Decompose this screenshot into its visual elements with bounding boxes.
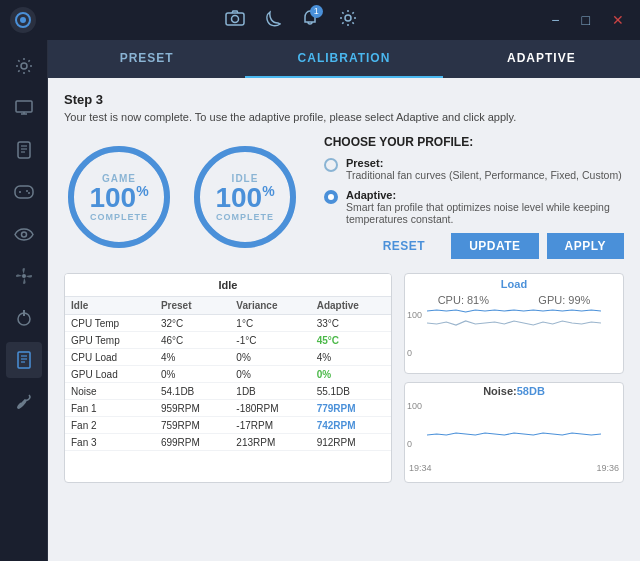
tab-calibration[interactable]: CALIBRATION xyxy=(245,40,442,78)
sidebar-item-settings[interactable] xyxy=(6,48,42,84)
title-bar: 1 − □ ✕ xyxy=(0,0,640,40)
adaptive-radio[interactable] xyxy=(324,190,338,204)
sidebar-item-eye[interactable] xyxy=(6,216,42,252)
table-cell: 0% xyxy=(230,366,310,383)
main-layout: PRESET CALIBRATION ADAPTIVE Step 3 Your … xyxy=(0,40,640,561)
settings-icon[interactable] xyxy=(339,9,357,32)
table-title: Idle xyxy=(65,274,391,297)
idle-label-bottom: COMPLETE xyxy=(215,212,274,222)
close-button[interactable]: ✕ xyxy=(606,10,630,30)
table-cell: 54.1DB xyxy=(155,383,230,400)
main-content: Step 3 Your test is now complete. To use… xyxy=(48,78,640,561)
adaptive-text: Adaptive: Smart fan profile that optimiz… xyxy=(346,189,624,225)
sidebar-item-fan[interactable] xyxy=(6,258,42,294)
table-cell: 55.1DB xyxy=(311,383,391,400)
sidebar-item-monitor[interactable] xyxy=(6,90,42,126)
svg-point-5 xyxy=(21,63,27,69)
table-cell: 4% xyxy=(155,349,230,366)
table-cell: 699RPM xyxy=(155,434,230,451)
table-cell: 0% xyxy=(155,366,230,383)
svg-point-4 xyxy=(345,15,351,21)
noise-chart-ymax: 100 xyxy=(407,401,422,411)
game-circle-inner: GAME 100% COMPLETE xyxy=(89,173,148,222)
game-circle: GAME 100% COMPLETE xyxy=(64,142,174,252)
tab-preset[interactable]: PRESET xyxy=(48,40,245,78)
profile-option-adaptive[interactable]: Adaptive: Smart fan profile that optimiz… xyxy=(324,189,624,225)
load-chart-title: Load xyxy=(405,274,623,294)
table-cell: -1°C xyxy=(230,332,310,349)
table-header-row: Idle Preset Variance Adaptive xyxy=(65,297,391,315)
app-logo xyxy=(10,7,36,33)
svg-point-3 xyxy=(231,15,238,22)
moon-icon[interactable] xyxy=(265,9,281,32)
app-window: 1 − □ ✕ xyxy=(0,0,640,561)
svg-point-17 xyxy=(22,274,26,278)
table-cell: -180RPM xyxy=(230,400,310,417)
svg-rect-7 xyxy=(18,142,30,158)
apply-button[interactable]: APPLY xyxy=(547,233,624,259)
table-cell: GPU Temp xyxy=(65,332,155,349)
reset-button[interactable]: RESET xyxy=(365,233,444,259)
table-cell: 759RPM xyxy=(155,417,230,434)
table-cell: Noise xyxy=(65,383,155,400)
svg-rect-20 xyxy=(18,352,30,368)
col-preset: Preset xyxy=(155,297,230,315)
table-cell: 33°C xyxy=(311,315,391,332)
table-cell: 1DB xyxy=(230,383,310,400)
table-cell: 213RPM xyxy=(230,434,310,451)
col-variance: Variance xyxy=(230,297,310,315)
table-cell: 0% xyxy=(230,349,310,366)
step-heading: Step 3 xyxy=(64,92,624,107)
adaptive-desc: Smart fan profile that optimizes noise l… xyxy=(346,201,624,225)
idle-circle: IDLE 100% COMPLETE xyxy=(190,142,300,252)
svg-rect-11 xyxy=(15,186,33,198)
table-row: Fan 3699RPM213RPM912RPM xyxy=(65,434,391,451)
profile-option-preset[interactable]: Preset: Traditional fan curves (Silent, … xyxy=(324,157,624,181)
table-cell: GPU Load xyxy=(65,366,155,383)
update-button[interactable]: UPDATE xyxy=(451,233,538,259)
idle-circle-inner: IDLE 100% COMPLETE xyxy=(215,173,274,222)
table-row: CPU Temp32°C1°C33°C xyxy=(65,315,391,332)
sidebar xyxy=(0,40,48,561)
svg-point-16 xyxy=(21,232,26,237)
table-cell: 912RPM xyxy=(311,434,391,451)
bottom-section: Idle Idle Preset Variance Adaptive xyxy=(64,273,624,483)
charts-section: Load CPU: 81% GPU: 99% 100 0 xyxy=(404,273,624,483)
minimize-button[interactable]: − xyxy=(545,10,565,30)
svg-point-14 xyxy=(26,190,28,192)
table-cell: CPU Load xyxy=(65,349,155,366)
noise-value: 58DB xyxy=(517,385,545,397)
table-cell: -17RPM xyxy=(230,417,310,434)
maximize-button[interactable]: □ xyxy=(576,10,596,30)
table-section: Idle Idle Preset Variance Adaptive xyxy=(64,273,392,483)
cpu-chart-ymin: 0 xyxy=(407,348,412,358)
chart-labels: CPU: 81% GPU: 99% xyxy=(405,294,623,308)
table-cell: Fan 1 xyxy=(65,400,155,417)
gpu-label: GPU: 99% xyxy=(538,294,590,306)
svg-rect-6 xyxy=(16,101,32,112)
top-section: GAME 100% COMPLETE xyxy=(64,135,624,259)
col-idle: Idle xyxy=(65,297,155,315)
col-adaptive: Adaptive xyxy=(311,297,391,315)
content-area: PRESET CALIBRATION ADAPTIVE Step 3 Your … xyxy=(48,40,640,561)
sidebar-item-system[interactable] xyxy=(6,132,42,168)
step-description: Your test is now complete. To use the ad… xyxy=(64,111,544,123)
title-bar-left xyxy=(10,7,36,33)
table-cell: CPU Temp xyxy=(65,315,155,332)
sidebar-item-tools[interactable] xyxy=(6,384,42,420)
sidebar-item-power[interactable] xyxy=(6,300,42,336)
noise-chart: Noise: 58DB 100 0 xyxy=(404,382,624,483)
preset-radio[interactable] xyxy=(324,158,338,172)
camera-icon[interactable] xyxy=(225,10,245,31)
preset-desc: Traditional fan curves (Silent, Performa… xyxy=(346,169,622,181)
tab-adaptive[interactable]: ADAPTIVE xyxy=(443,40,640,78)
noise-time-start: 19:34 xyxy=(409,463,432,473)
table-row: Fan 2759RPM-17RPM742RPM xyxy=(65,417,391,434)
bell-icon[interactable]: 1 xyxy=(301,9,319,32)
game-label-bottom: COMPLETE xyxy=(89,212,148,222)
noise-label-text: Noise: xyxy=(483,385,517,397)
load-chart: Load CPU: 81% GPU: 99% 100 0 xyxy=(404,273,624,374)
sidebar-item-gaming[interactable] xyxy=(6,174,42,210)
noise-chart-svg xyxy=(427,399,601,459)
sidebar-item-profile[interactable] xyxy=(6,342,42,378)
